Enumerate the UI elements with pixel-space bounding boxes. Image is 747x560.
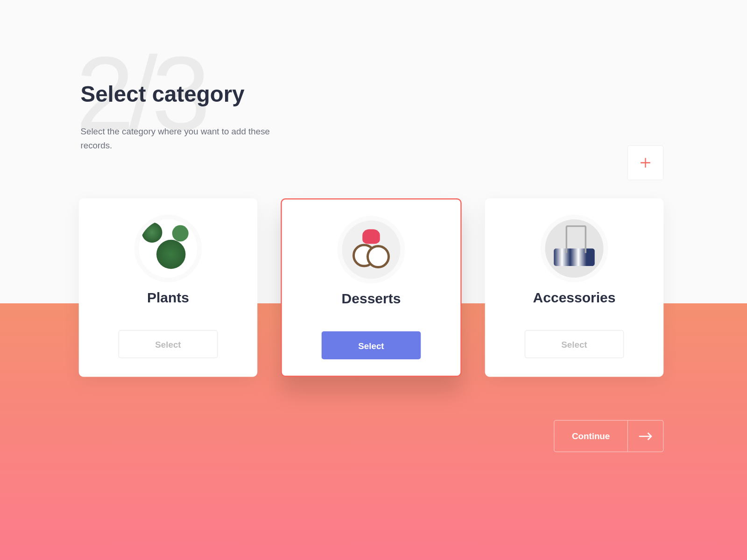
category-title: Accessories <box>533 289 616 306</box>
select-button-plants[interactable]: Select <box>119 330 218 358</box>
category-card-accessories[interactable]: Accessories Select <box>485 198 664 377</box>
add-category-button[interactable] <box>627 145 664 180</box>
page-header: Select category Select the category wher… <box>81 82 291 152</box>
continue-label: Continue <box>555 420 628 451</box>
category-image-accessories <box>545 219 604 278</box>
category-image-plants <box>139 219 197 278</box>
select-button-accessories[interactable]: Select <box>525 330 624 358</box>
category-card-plants[interactable]: Plants Select <box>79 198 258 377</box>
category-image-desserts <box>342 221 401 279</box>
category-card-desserts[interactable]: Desserts Select <box>281 198 462 377</box>
plus-icon <box>639 156 652 169</box>
category-title: Plants <box>147 289 189 306</box>
select-button-desserts[interactable]: Select <box>322 331 421 359</box>
category-title: Desserts <box>342 291 401 307</box>
arrow-right-icon <box>628 420 663 451</box>
category-cards: Plants Select Desserts Select Accessorie… <box>79 198 664 377</box>
page-subtitle: Select the category where you want to ad… <box>81 124 291 152</box>
continue-button[interactable]: Continue <box>554 420 663 452</box>
page-title: Select category <box>81 82 291 107</box>
